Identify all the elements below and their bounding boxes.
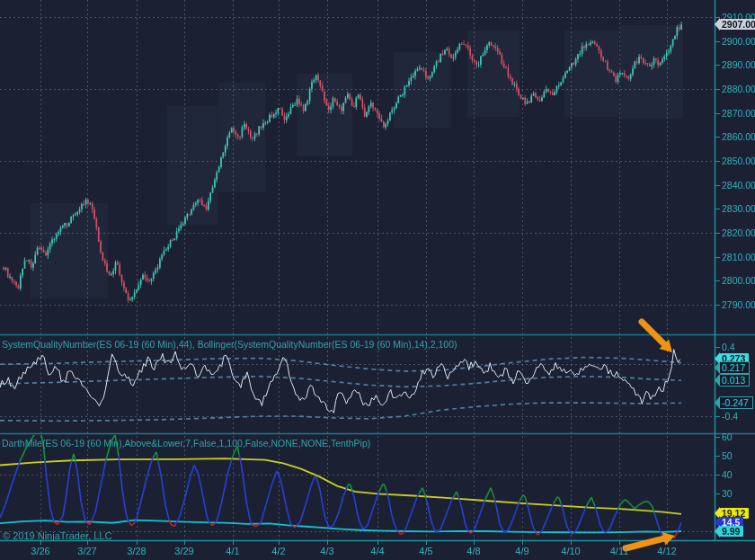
ninjatrader-chart-window: SystemQualityNumber(ES 06-19 (60 Min),44…	[0, 0, 755, 560]
chart-canvas[interactable]	[0, 0, 755, 560]
